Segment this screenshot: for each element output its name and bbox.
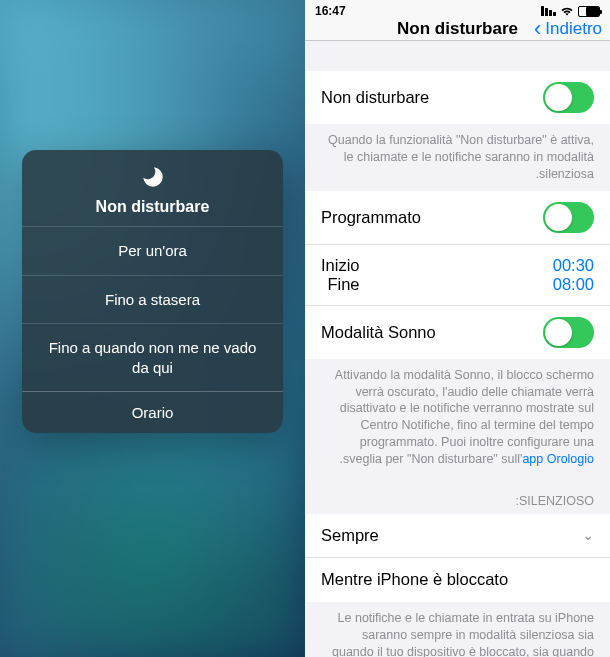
- start-label: Inizio: [321, 256, 360, 275]
- menu-items: Per un'ora Fino a stasera Fino a quando …: [22, 226, 283, 391]
- row-dnd-toggle: Non disturbare: [305, 71, 610, 124]
- scheduled-footer: Attivando la modalità Sonno, il blocco s…: [305, 359, 610, 476]
- back-label: Indietro: [545, 19, 602, 39]
- battery-icon: [578, 6, 600, 17]
- silence-header: SILENZIOSO:: [305, 476, 610, 514]
- signal-icon: [541, 6, 556, 16]
- row-silence-locked[interactable]: Mentre iPhone è bloccato: [305, 558, 610, 602]
- menu-title: Non disturbare: [22, 198, 283, 216]
- silence-always-label: Sempre: [321, 526, 379, 545]
- end-time-value: 08:00: [553, 275, 594, 294]
- dnd-action-menu: Non disturbare Per un'ora Fino a stasera…: [22, 150, 283, 433]
- wifi-icon: [560, 5, 574, 18]
- dnd-toggle[interactable]: [543, 82, 594, 113]
- silence-locked-label: Mentre iPhone è bloccato: [321, 570, 508, 589]
- chevron-left-icon: ‹: [534, 18, 541, 40]
- end-label: Fine: [321, 275, 360, 294]
- row-scheduled-toggle: Programmato: [305, 191, 610, 245]
- group-dnd: Non disturbare: [305, 71, 610, 124]
- menu-item-until-evening[interactable]: Fino a stasera: [22, 275, 283, 324]
- group-silence: ⌄ Sempre Mentre iPhone è bloccato: [305, 514, 610, 602]
- row-sleep-toggle: Modalità Sonno: [305, 306, 610, 359]
- back-button[interactable]: Indietro ‹: [534, 18, 602, 40]
- scheduled-toggle[interactable]: [543, 202, 594, 233]
- group-scheduled: Programmato 00:30 08:00 Inizio Fine Moda…: [305, 191, 610, 359]
- settings-panel: 16:47 Indietro ‹ Non disturbare Non dist…: [305, 0, 610, 657]
- dnd-footer: Quando la funzionalità "Non disturbare" …: [305, 124, 610, 191]
- menu-item-schedule[interactable]: Orario: [22, 391, 283, 433]
- clock-app-link[interactable]: app Orologio: [522, 452, 594, 466]
- status-bar: 16:47: [305, 0, 610, 18]
- dnd-label: Non disturbare: [321, 88, 429, 107]
- silence-footer: Le notifiche e le chiamate in entrata su…: [305, 602, 610, 657]
- sleep-label: Modalità Sonno: [321, 323, 436, 342]
- sleep-toggle[interactable]: [543, 317, 594, 348]
- scheduled-label: Programmato: [321, 208, 421, 227]
- navigation-bar: Indietro ‹ Non disturbare: [305, 18, 610, 41]
- menu-item-one-hour[interactable]: Per un'ora: [22, 226, 283, 275]
- row-silence-always[interactable]: ⌄ Sempre: [305, 514, 610, 558]
- menu-item-until-leave[interactable]: Fino a quando non me ne vado da qui: [22, 323, 283, 391]
- chevron-down-icon: ⌄: [582, 527, 594, 543]
- home-screen-panel: Non disturbare Per un'ora Fino a stasera…: [0, 0, 305, 657]
- row-time-range[interactable]: 00:30 08:00 Inizio Fine: [305, 245, 610, 306]
- status-time: 16:47: [315, 4, 346, 18]
- settings-body: Non disturbare Quando la funzionalità "N…: [305, 41, 610, 657]
- menu-header: Non disturbare: [22, 150, 283, 226]
- moon-icon: [140, 164, 166, 194]
- start-time-value: 00:30: [553, 256, 594, 275]
